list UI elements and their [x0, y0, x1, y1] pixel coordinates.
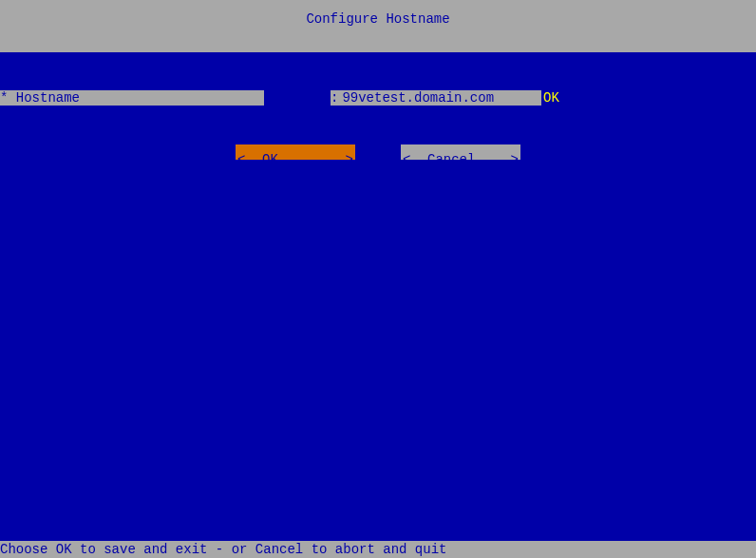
cancel-button-label: Cancel	[427, 152, 475, 167]
hostname-label: * Hostname	[0, 90, 264, 106]
hostname-row: * Hostname : OK	[0, 90, 756, 106]
cancel-button[interactable]: < Cancel >	[401, 144, 520, 160]
field-colon: :	[331, 90, 342, 106]
ok-bracket-left: <	[237, 152, 245, 167]
header-bar: Configure Hostname	[0, 0, 756, 52]
hostname-input-area: :	[331, 90, 541, 106]
page-title: Configure Hostname	[306, 11, 449, 27]
cancel-bracket-right: >	[511, 152, 519, 167]
button-row: < OK > < Cancel >	[0, 144, 756, 160]
footer-hint: Choose OK to save and exit - or Cancel t…	[0, 541, 756, 558]
cancel-bracket-left: <	[403, 152, 410, 167]
ok-button-label: OK	[262, 152, 278, 167]
ok-bracket-right: >	[346, 152, 353, 167]
hostname-input[interactable]	[342, 90, 541, 106]
hostname-status: OK	[541, 90, 559, 106]
ok-button[interactable]: < OK >	[236, 144, 355, 160]
